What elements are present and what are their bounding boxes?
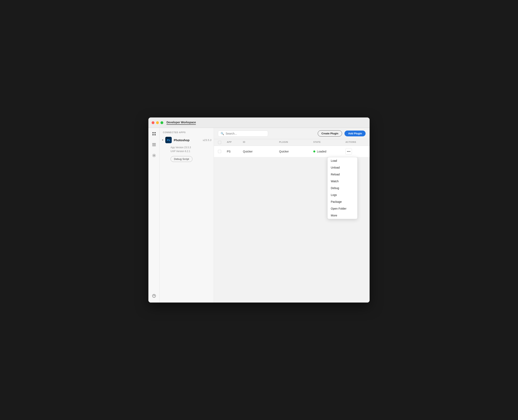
- traffic-lights: [152, 121, 163, 124]
- menu-item-package[interactable]: Package: [328, 198, 357, 205]
- search-input[interactable]: [226, 132, 266, 135]
- actions-dropdown: Load Unload Reload Watch Debug Logs Pack…: [327, 157, 357, 219]
- state-dot-icon: [313, 150, 315, 152]
- svg-rect-4: [152, 143, 156, 144]
- app-body: CONNECTED APPS ▾ Ps Photoshop v23.5.3 Ap…: [148, 128, 370, 302]
- col-plugin: PLUGIN: [279, 141, 313, 144]
- svg-rect-6: [152, 146, 156, 146]
- connected-apps-label: CONNECTED APPS: [160, 128, 214, 135]
- search-icon: 🔍: [221, 132, 224, 135]
- app-info: App Version 23.5.3 UXP Version 6.2.1: [160, 145, 214, 154]
- debug-script-button[interactable]: Debug Script: [170, 156, 192, 162]
- svg-rect-1: [155, 132, 156, 133]
- help-icon[interactable]: [151, 292, 157, 299]
- actions-more-button[interactable]: [346, 148, 352, 155]
- photoshop-icon: Ps: [165, 137, 172, 143]
- search-box[interactable]: 🔍: [218, 131, 268, 137]
- close-button[interactable]: [152, 121, 155, 124]
- row-checkbox[interactable]: [218, 150, 221, 153]
- menu-item-load[interactable]: Load: [328, 157, 357, 164]
- title-bar: Developer Workspace: [148, 118, 370, 128]
- add-plugin-button[interactable]: Add Plugin: [344, 131, 366, 136]
- app-name: Photoshop: [174, 138, 201, 142]
- menu-icon[interactable]: [151, 141, 157, 148]
- window-title: Developer Workspace: [166, 121, 196, 125]
- menu-item-more[interactable]: More: [328, 212, 357, 219]
- app-version-label: App Version 23.5.3: [170, 146, 211, 150]
- svg-rect-2: [152, 134, 154, 135]
- col-state: STATE: [313, 141, 346, 144]
- table-header: APP ID PLUGIN STATE ACTIONS: [214, 139, 370, 146]
- menu-item-reload[interactable]: Reload: [328, 171, 357, 178]
- svg-rect-5: [152, 144, 156, 145]
- row-state: Loaded: [317, 150, 326, 153]
- row-plugin: Quicker: [279, 150, 313, 153]
- col-app: APP: [227, 141, 243, 144]
- row-id: Quicker: [243, 150, 279, 153]
- uxp-version-label: UXP Version 6.2.1: [170, 150, 211, 153]
- menu-item-unload[interactable]: Unload: [328, 164, 357, 171]
- left-nav: [148, 128, 160, 302]
- main-content: 🔍 Create Plugin Add Plugin APP ID PLUGIN…: [214, 128, 370, 302]
- maximize-button[interactable]: [161, 121, 163, 124]
- menu-item-debug[interactable]: Debug: [328, 185, 357, 192]
- chevron-down-icon: ▾: [162, 139, 163, 141]
- col-id: ID: [243, 141, 279, 144]
- app-window: Developer Workspace: [148, 118, 370, 302]
- select-all-checkbox[interactable]: [218, 141, 221, 144]
- gear-icon[interactable]: [151, 152, 157, 159]
- app-version: v23.5.3: [203, 139, 211, 142]
- ellipsis-icon: [347, 151, 350, 152]
- svg-rect-3: [155, 134, 156, 135]
- toolbar: 🔍 Create Plugin Add Plugin: [214, 128, 370, 139]
- row-state-cell: Loaded: [313, 150, 346, 153]
- sidebar: CONNECTED APPS ▾ Ps Photoshop v23.5.3 Ap…: [160, 128, 214, 302]
- table-row: PS Quicker Quicker Loaded: [214, 146, 370, 157]
- svg-rect-0: [152, 132, 154, 133]
- photoshop-item[interactable]: ▾ Ps Photoshop v23.5.3: [160, 135, 214, 145]
- menu-item-logs[interactable]: Logs: [328, 192, 357, 198]
- menu-item-watch[interactable]: Watch: [328, 178, 357, 185]
- svg-point-9: [154, 297, 154, 297]
- grid-icon[interactable]: [151, 130, 157, 137]
- svg-point-7: [153, 155, 155, 156]
- col-actions: ACTIONS: [346, 141, 366, 144]
- create-plugin-button[interactable]: Create Plugin: [318, 130, 342, 137]
- actions-container: [346, 148, 366, 155]
- minimize-button[interactable]: [156, 121, 159, 124]
- row-app: PS: [227, 150, 243, 153]
- menu-item-open-folder[interactable]: Open Folder: [328, 205, 357, 212]
